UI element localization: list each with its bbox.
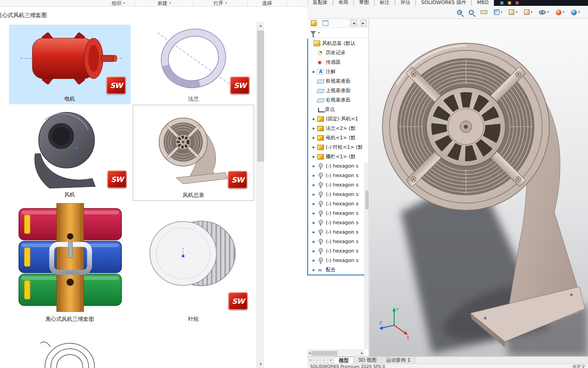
tree-item[interactable]: ▶ 上视基准面	[308, 86, 364, 95]
expand-arrow-icon[interactable]: ▶	[313, 268, 317, 272]
expand-arrow-icon[interactable]: ▶	[313, 240, 317, 244]
expand-arrow-icon[interactable]: ▶	[313, 127, 317, 130]
file-tile-flange[interactable]: SW 法兰	[133, 25, 254, 104]
tree-item[interactable]: ▶ 风机总装 (默认	[308, 39, 364, 48]
expand-arrow-icon[interactable]: ▶	[313, 231, 317, 234]
panel-back-button[interactable]: ◀	[350, 20, 357, 27]
apply-scene-button[interactable]: ▾	[571, 9, 580, 15]
section-view-button[interactable]: ▾	[494, 9, 503, 15]
titlebar-icon[interactable]	[508, 1, 511, 4]
hide-show-items-button[interactable]: ▾	[539, 10, 549, 14]
panel-forward-button[interactable]: ▶	[360, 20, 367, 27]
titlebar-icon[interactable]	[516, 1, 519, 4]
tree-item[interactable]: ▶ (-) hexagon s	[308, 180, 364, 190]
tree-item[interactable]: ▶ (固定) 风机<1	[308, 114, 364, 124]
tree-item[interactable]: ▶ 注解	[308, 67, 364, 76]
scrollbar-thumb[interactable]	[257, 31, 264, 162]
display-style-button[interactable]: ▾	[524, 9, 533, 15]
tree-item[interactable]: ▶ (-) 叶轮<1> (默	[308, 142, 364, 152]
tree-horizontal-scrollbar[interactable]: ◀ ▶	[307, 350, 364, 356]
scroll-up-icon[interactable]: ▲	[257, 22, 265, 29]
new-button[interactable]: 新建▾	[135, 0, 193, 6]
featuremanager-tab[interactable]	[309, 19, 318, 27]
file-tile-impeller[interactable]: SW 叶轮	[133, 203, 254, 324]
ribbon-tab[interactable]: 草图	[354, 0, 374, 6]
tree-item[interactable]: ▶ (-) hexagon s	[308, 256, 364, 265]
file-tile-motor[interactable]: SW 电机	[9, 25, 130, 104]
file-tile-archive[interactable]: 离心式风机三维套图	[9, 203, 130, 324]
expand-arrow-icon[interactable]: ▶	[313, 221, 317, 225]
expand-arrow-icon[interactable]: ▶	[313, 212, 317, 215]
tree-item[interactable]: ▶ (-) hexagon s	[308, 246, 364, 256]
tab-first-button[interactable]: «	[307, 357, 314, 364]
select-button[interactable]: 选择	[247, 0, 287, 6]
expand-arrow-icon[interactable]: ▶	[313, 193, 317, 196]
expand-arrow-icon[interactable]: ▶	[313, 183, 317, 187]
filter-bar[interactable]: ▾	[307, 28, 368, 38]
tree-item[interactable]: ▶ (-) hexagon s	[308, 171, 364, 180]
tree-item[interactable]: ▶ 右视基准面	[308, 95, 364, 105]
expand-arrow-icon[interactable]: ▶	[313, 259, 317, 262]
tab-prev-button[interactable]: ‹	[314, 357, 321, 364]
ribbon-tab[interactable]: 标注	[374, 0, 395, 6]
tab-last-button[interactable]: »	[328, 357, 334, 364]
tree-item[interactable]: ▶ (-) hexagon s	[308, 161, 364, 171]
tree-item-icon	[317, 116, 324, 122]
file-tile-fan-assembly[interactable]: SW 风机总装	[133, 105, 254, 201]
tab-next-button[interactable]: ›	[321, 357, 328, 364]
view-orientation-button[interactable]: ▾	[509, 9, 517, 15]
tree-item[interactable]: ▶ 电机<1> (默	[308, 133, 364, 142]
tree-item[interactable]: ▶ (-) hexagon s	[308, 237, 364, 246]
tree-vertical-scrollbar[interactable]	[364, 163, 368, 349]
edit-appearance-button[interactable]: ▾	[556, 9, 565, 15]
expand-arrow-icon[interactable]: ▶	[313, 70, 317, 74]
measure-button[interactable]	[480, 10, 487, 14]
scrollbar-thumb[interactable]	[311, 351, 337, 356]
tree-item[interactable]: ▶ 传感器	[308, 58, 364, 67]
tree-item[interactable]: ▶ 法兰<2> (默	[308, 124, 364, 133]
titlebar-icon[interactable]	[500, 1, 503, 4]
tree-item[interactable]: ▶ (-) hexagon s	[308, 208, 364, 218]
scroll-left-icon[interactable]: ◀	[308, 351, 310, 355]
tab-3d-views[interactable]: 3D 视图	[354, 357, 382, 364]
tree-item[interactable]: ▶ 配合	[308, 265, 364, 275]
expand-arrow-icon[interactable]: ▶	[313, 136, 317, 140]
status-right-text[interactable]: 自定义	[573, 364, 586, 368]
tree-item[interactable]: ▶ (-) hexagon s	[308, 218, 364, 227]
expand-arrow-icon[interactable]: ▶	[313, 202, 317, 206]
scroll-right-icon[interactable]: ▶	[361, 351, 364, 355]
scrollbar-thumb[interactable]	[365, 191, 368, 209]
tree-item[interactable]: ▶ 历史记录	[308, 48, 364, 58]
open-button[interactable]: 打开▾	[193, 0, 247, 6]
ribbon-tab[interactable]: 评估	[395, 0, 416, 6]
propertymanager-tab[interactable]	[321, 19, 330, 27]
zoom-in-button[interactable]	[457, 10, 462, 15]
viewport[interactable]: Y X Z	[369, 19, 588, 356]
tab-model[interactable]: 模型	[334, 357, 354, 364]
expand-arrow-icon[interactable]: ▶	[313, 249, 317, 253]
ribbon-tab[interactable]: 布局	[333, 0, 354, 6]
expand-arrow-icon[interactable]: ▶	[313, 174, 317, 177]
explorer-scrollbar[interactable]: ▲ ▼	[256, 22, 264, 368]
property-table-icon	[323, 20, 328, 26]
scroll-down-icon[interactable]: ▼	[257, 360, 265, 368]
zoom-fit-button[interactable]	[469, 10, 474, 15]
expand-arrow-icon[interactable]: ▶	[313, 146, 317, 149]
file-tile-fan[interactable]: SW 风机	[9, 106, 130, 200]
tree-item[interactable]: ▶ (-) hexagon s	[308, 227, 364, 237]
tree-item[interactable]: ▶ 原点	[308, 105, 364, 114]
ribbon-tab[interactable]: 装配体	[307, 0, 333, 6]
organize-button[interactable]: 组织▾	[102, 0, 135, 6]
file-tile-partial[interactable]	[9, 338, 130, 368]
feature-tree: ▶ 风机总装 (默认 ▶ 历史记录 ▶ 传感器	[307, 39, 364, 275]
ribbon-tab[interactable]: MBD	[471, 0, 494, 6]
ribbon-tab[interactable]: SOLIDWORKS 插件	[416, 0, 471, 6]
expand-arrow-icon[interactable]: ▶	[313, 117, 317, 121]
tree-item[interactable]: ▶ (-) hexagon s	[308, 199, 364, 208]
tree-item[interactable]: ▶ 前视基准面	[308, 76, 364, 86]
tree-item[interactable]: ▶ (-) hexagon s	[308, 190, 364, 199]
tab-motion-study[interactable]: 运动算例 1	[382, 357, 416, 364]
expand-arrow-icon[interactable]: ▶	[313, 155, 317, 159]
expand-arrow-icon[interactable]: ▶	[313, 164, 317, 168]
tree-item[interactable]: ▶ 栅栏<1> (默	[308, 152, 364, 161]
